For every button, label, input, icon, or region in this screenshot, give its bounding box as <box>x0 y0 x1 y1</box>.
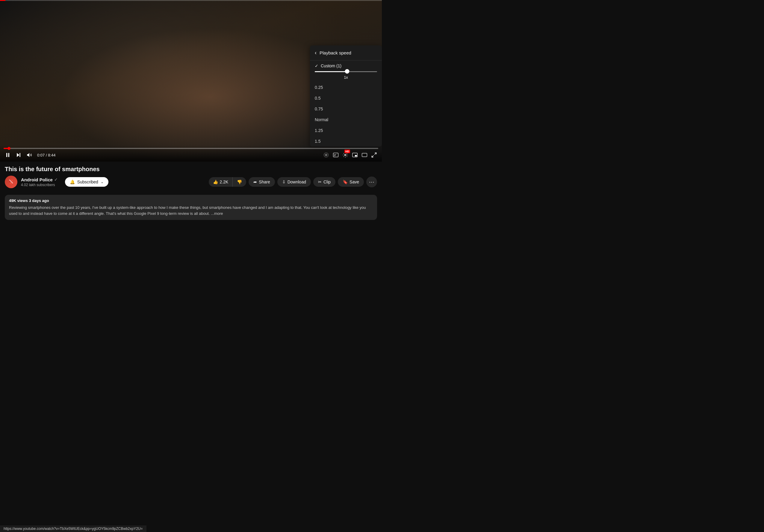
share-button[interactable]: ➦ Share <box>249 177 275 187</box>
speed-slider-thumb[interactable] <box>345 69 349 73</box>
time-display: 0:07 / 8:44 <box>37 153 56 157</box>
custom-speed-label: Custom (1) <box>321 64 341 68</box>
speed-option-05[interactable]: 0.5 <box>310 93 382 103</box>
video-player[interactable]: ‹ Playback speed ✓ Custom (1) 1x 0.25 0.… <box>0 0 382 162</box>
actions-row: 👍 2.2K 👎 ➦ Share ⇩ Download ✂ Clip <box>209 177 377 187</box>
speed-option-025[interactable]: 0.25 <box>310 82 382 93</box>
progress-bar[interactable] <box>4 148 378 149</box>
playback-speed-panel: ‹ Playback speed ✓ Custom (1) 1x 0.25 0.… <box>310 46 382 147</box>
speed-slider-track <box>315 71 377 72</box>
chevron-down-icon: ⌄ <box>100 180 103 184</box>
svg-rect-1 <box>8 153 9 157</box>
svg-point-5 <box>325 154 327 156</box>
volume-icon <box>26 152 32 158</box>
verified-icon: ✓ <box>54 177 58 182</box>
clip-icon: ✂ <box>318 180 322 184</box>
channel-avatar[interactable] <box>5 176 17 188</box>
description-text: Reviewing smartphones over the past 10 y… <box>9 205 373 216</box>
download-icon: ⇩ <box>282 180 286 184</box>
svg-line-15 <box>375 153 376 155</box>
miniplayer-icon <box>352 152 358 158</box>
channel-info: Android Police ✓ 4.02 lakh subscribers <box>21 177 58 187</box>
speed-option-15[interactable]: 1.5 <box>310 136 382 147</box>
video-progress-top <box>0 0 382 1</box>
more-dots-icon: ⋯ <box>369 179 374 185</box>
settings-wrapper: HD <box>341 151 349 159</box>
speed-value-display: 1x <box>310 74 382 82</box>
video-controls-bar: 0:07 / 8:44 <box>0 145 382 162</box>
controls-right: HD <box>322 151 378 159</box>
custom-speed-row[interactable]: ✓ Custom (1) <box>310 61 382 69</box>
dislike-button[interactable]: 👎 <box>233 177 246 187</box>
share-icon: ➦ <box>253 180 257 184</box>
svg-point-10 <box>345 154 346 156</box>
save-label: Save <box>349 180 359 184</box>
back-arrow-icon: ‹ <box>315 50 316 56</box>
panel-title: Playback speed <box>319 50 351 55</box>
theatre-button[interactable] <box>360 151 369 159</box>
channel-row: Android Police ✓ 4.02 lakh subscribers 🔔… <box>5 176 377 193</box>
ambient-mode-button[interactable] <box>322 151 330 159</box>
checkmark-icon: ✓ <box>315 64 318 68</box>
volume-button[interactable] <box>25 151 34 159</box>
speed-option-normal[interactable]: Normal <box>310 114 382 125</box>
bell-icon: 🔔 <box>70 180 75 184</box>
channel-name[interactable]: Android Police <box>21 177 53 182</box>
svg-line-16 <box>372 156 374 157</box>
download-button[interactable]: ⇩ Download <box>277 177 311 187</box>
svg-rect-0 <box>6 153 7 157</box>
description-body: Reviewing smartphones over the past 10 y… <box>9 205 366 216</box>
thumbs-up-icon: 👍 <box>213 180 218 184</box>
progress-bar-fill <box>4 148 9 149</box>
more-button[interactable]: ⋯ <box>366 177 377 187</box>
like-count: 2.2K <box>220 180 229 184</box>
svg-rect-13 <box>362 153 367 157</box>
channel-name-row: Android Police ✓ <box>21 177 58 182</box>
svg-rect-12 <box>355 155 357 157</box>
subscribe-button[interactable]: 🔔 Subscribed ⌄ <box>65 177 108 187</box>
bookmark-icon: 🔖 <box>343 180 348 184</box>
speed-option-075[interactable]: 0.75 <box>310 103 382 114</box>
panel-back-button[interactable]: ‹ Playback speed <box>310 46 382 61</box>
controls-row: 0:07 / 8:44 <box>4 151 378 159</box>
svg-rect-7 <box>333 153 338 157</box>
thumbs-down-icon: 👎 <box>237 180 242 184</box>
speed-option-125[interactable]: 1.25 <box>310 125 382 136</box>
speed-options-list: 0.25 0.5 0.75 Normal 1.25 1.5 <box>310 82 382 147</box>
download-label: Download <box>287 180 306 184</box>
svg-rect-3 <box>20 153 20 157</box>
svg-marker-2 <box>17 153 19 157</box>
play-pause-button[interactable] <box>4 151 12 159</box>
subtitles-icon <box>333 152 339 158</box>
like-dislike-group: 👍 2.2K 👎 <box>209 177 247 187</box>
hd-badge: HD <box>344 150 350 153</box>
like-button[interactable]: 👍 2.2K <box>209 177 233 187</box>
save-button[interactable]: 🔖 Save <box>338 177 364 187</box>
fullscreen-icon <box>371 152 377 158</box>
next-icon <box>16 152 22 158</box>
share-label: Share <box>259 180 270 184</box>
clip-label: Clip <box>323 180 331 184</box>
progress-top-fill <box>0 0 5 1</box>
avatar-logo <box>8 178 15 186</box>
channel-subscribers: 4.02 lakh subscribers <box>21 183 58 187</box>
fullscreen-button[interactable] <box>370 151 378 159</box>
svg-marker-4 <box>27 153 30 157</box>
video-title: This is the future of smartphones <box>5 162 377 176</box>
ambient-icon <box>323 152 329 158</box>
subtitles-button[interactable] <box>331 151 340 159</box>
subscribe-label: Subscribed <box>77 180 98 184</box>
below-video: This is the future of smartphones Androi… <box>0 162 382 220</box>
pause-icon <box>5 152 11 158</box>
description-meta: 49K views 3 days ago <box>9 199 373 203</box>
speed-slider-fill <box>315 71 347 72</box>
next-button[interactable] <box>14 151 23 159</box>
clip-button[interactable]: ✂ Clip <box>313 177 335 187</box>
theatre-icon <box>361 152 367 158</box>
settings-button[interactable]: HD <box>341 151 349 159</box>
miniplayer-button[interactable] <box>351 151 359 159</box>
speed-slider-container[interactable] <box>310 69 382 74</box>
video-description[interactable]: 49K views 3 days ago Reviewing smartphon… <box>5 195 377 220</box>
